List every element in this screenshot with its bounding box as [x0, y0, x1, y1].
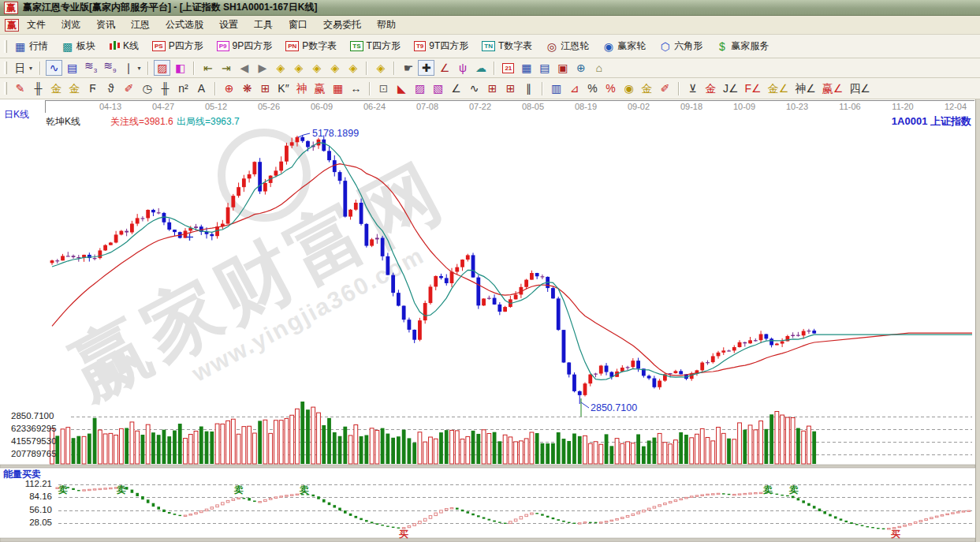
p-square-button[interactable]: PSP四方形: [150, 38, 206, 54]
gold-grid-button[interactable]: 金: [48, 80, 65, 96]
chip-distribution-tool-button[interactable]: ▨: [154, 60, 170, 76]
win-angle-button[interactable]: 赢∠: [820, 80, 846, 96]
n-square-button[interactable]: n²: [175, 80, 192, 96]
f-grid-button[interactable]: Ϝ: [84, 80, 101, 96]
menu-help[interactable]: 帮助: [369, 16, 404, 34]
prev-page-button[interactable]: ◀: [236, 60, 252, 76]
save-tool-button[interactable]: ▣: [554, 60, 571, 76]
time-ruler-button[interactable]: ╫: [30, 80, 47, 96]
price-ruler-button[interactable]: ╫: [157, 80, 173, 96]
diamond-updown-button[interactable]: ◈: [372, 60, 389, 76]
toolbar-grip[interactable]: [4, 40, 7, 53]
trend-angle-button[interactable]: ∠: [448, 80, 464, 96]
crosshair-tool-button[interactable]: ✚: [418, 60, 434, 76]
window-titlebar[interactable]: 赢 赢家江恩专业版[赢家内部服务平台] - [上证指数 SH1A0001-167…: [0, 0, 980, 16]
toolbar-grip[interactable]: [4, 62, 7, 74]
gold-circle-button[interactable]: ◉: [620, 80, 637, 96]
band-lines-button[interactable]: ▧: [430, 80, 446, 96]
pitchfork-tool-button[interactable]: ψ: [454, 60, 471, 76]
menu-trade-entrust[interactable]: 交易委托: [315, 16, 369, 34]
candle-style-dropdown-button[interactable]: 日▾: [12, 60, 35, 76]
parallel-lines-button[interactable]: ∥: [520, 80, 537, 96]
win-grid-button[interactable]: 赢: [311, 80, 328, 96]
menu-news[interactable]: 资讯: [88, 16, 123, 34]
f-angle-button[interactable]: F∠: [743, 80, 764, 96]
four-angle-button[interactable]: 四∠: [847, 80, 873, 96]
calculator-tool-button[interactable]: ▦: [518, 60, 535, 76]
sector-blocks-button[interactable]: ▩板块: [59, 38, 98, 54]
gold-line-button[interactable]: 金: [639, 80, 655, 96]
winner-service-button[interactable]: $赢家服务: [714, 38, 771, 54]
spiral-tool-button[interactable]: ϑ: [102, 80, 119, 96]
rect-frame-button[interactable]: ⊡: [375, 80, 392, 96]
hexagon-button[interactable]: ⬡六角形: [657, 38, 705, 54]
diamond-left-button[interactable]: ◈: [272, 60, 289, 76]
width-adjust-button[interactable]: ↔: [348, 80, 364, 96]
color-histogram-tool-button[interactable]: ◧: [172, 60, 188, 76]
t-number-table-button[interactable]: TNT数字表: [479, 38, 535, 54]
god-grid-button[interactable]: 神: [293, 80, 310, 96]
gold-underline-button[interactable]: 金: [702, 80, 719, 96]
flat-base-button[interactable]: ⊻: [684, 80, 701, 96]
gold-grid-2-button[interactable]: 金: [66, 80, 83, 96]
menu-formula-stock-pick[interactable]: 公式选股: [158, 16, 211, 34]
workstation-tool-button[interactable]: ⌂: [591, 60, 607, 76]
diamond-star-button[interactable]: ◈: [345, 60, 361, 76]
menu-file[interactable]: 文件: [19, 16, 54, 34]
percent-retrace-button[interactable]: ⊿: [566, 80, 583, 96]
diamond-right-button[interactable]: ◈: [290, 60, 307, 76]
fan-lines-button[interactable]: ◣: [393, 80, 410, 96]
calendar-tool-button[interactable]: 21: [500, 62, 516, 75]
vertical-scrollbar[interactable]: [975, 99, 980, 542]
red-marker-button[interactable]: ✐: [657, 80, 673, 96]
hand-tool-button[interactable]: ☛: [400, 60, 416, 76]
j-angle-button[interactable]: J∠: [721, 80, 741, 96]
menu-tools[interactable]: 工具: [246, 16, 281, 34]
toolbar-grip[interactable]: [4, 82, 7, 95]
p-number-table-button[interactable]: PNP数字表: [283, 38, 339, 54]
angle-measure-tool-button[interactable]: ∠: [436, 60, 453, 76]
gann-wheel-button[interactable]: ◎江恩轮: [543, 38, 591, 54]
next-page-button[interactable]: ▶: [254, 60, 270, 76]
kline-chart-button[interactable]: K线: [106, 38, 141, 54]
draw-pen-button[interactable]: ✎: [12, 80, 28, 96]
gann-grid-2-button[interactable]: ⊞: [502, 80, 519, 96]
first-page-button[interactable]: ⇤: [199, 60, 216, 76]
grid-target-button[interactable]: ⊞: [257, 80, 274, 96]
star-burst-button[interactable]: ❋: [239, 80, 255, 96]
wave-3-tool-button[interactable]: ≋3: [82, 58, 99, 79]
export-web-tool-button[interactable]: ⊕: [572, 60, 589, 76]
god-angle-button[interactable]: 神∠: [792, 80, 818, 96]
diamond-expand-button[interactable]: ◈: [308, 60, 325, 76]
calendar-grid-button[interactable]: ▦: [330, 80, 346, 96]
cloud-tool-button[interactable]: ☁: [472, 60, 489, 76]
winner-wheel-button[interactable]: ◉赢家轮: [600, 38, 648, 54]
report-tool-button[interactable]: ▤: [536, 60, 553, 76]
menu-browse[interactable]: 浏览: [54, 16, 88, 34]
percent-tool-button[interactable]: %: [584, 80, 601, 96]
measure-box-button[interactable]: ▥: [548, 80, 565, 96]
text-label-tool-button[interactable]: A: [193, 80, 210, 96]
percent-line-button[interactable]: %: [602, 80, 619, 96]
speed-resistance-button[interactable]: ▨: [412, 80, 428, 96]
diamond-contract-button[interactable]: ◈: [326, 60, 343, 76]
notes-tool-button[interactable]: ▤: [64, 60, 80, 76]
market-quotes-button[interactable]: ▦行情: [12, 38, 50, 54]
last-page-button[interactable]: ⇥: [218, 60, 234, 76]
zigzag-tool-button[interactable]: ∿: [46, 60, 62, 76]
menu-gann[interactable]: 江恩: [123, 16, 158, 34]
menu-window[interactable]: 窗口: [281, 16, 315, 34]
single-candle-dropdown-button[interactable]: ∣▾: [120, 60, 143, 76]
9p-square-button[interactable]: P99P四方形: [214, 38, 274, 54]
menu-settings[interactable]: 设置: [211, 16, 246, 34]
gold-angle-button[interactable]: 金∠: [766, 80, 792, 96]
time-cycle-button[interactable]: ◷: [139, 80, 155, 96]
target-circle-button[interactable]: ⊕: [221, 80, 237, 96]
wave-9-tool-button[interactable]: ≋9: [101, 58, 118, 79]
marker-pen-button[interactable]: ✐: [121, 80, 137, 96]
9t-square-button[interactable]: T99T四方形: [412, 38, 471, 54]
t-square-button[interactable]: TST四方形: [348, 38, 403, 54]
gann-grid-button[interactable]: ⊞: [484, 80, 501, 96]
chart-canvas[interactable]: [0, 99, 980, 542]
wave-segment-button[interactable]: ∿: [466, 80, 483, 96]
